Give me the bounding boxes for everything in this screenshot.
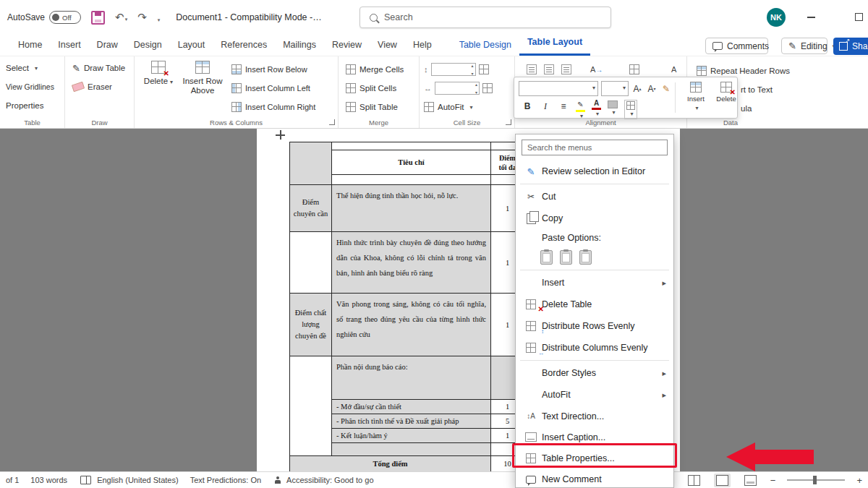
align-bottom-right-icon[interactable]: [561, 64, 571, 74]
shading-button[interactable]: [608, 100, 618, 116]
table-cell-label[interactable]: [290, 356, 332, 456]
select-button[interactable]: Select: [6, 61, 38, 75]
grow-font-button[interactable]: A: [631, 82, 643, 95]
paste-keep-text-only-icon[interactable]: [579, 250, 592, 265]
table-cell-corner[interactable]: [290, 142, 332, 185]
undo-button[interactable]: ↶▾: [115, 11, 127, 24]
tab-layout[interactable]: Layout: [170, 35, 213, 56]
search-bar[interactable]: Search: [359, 7, 611, 28]
italic-button[interactable]: I: [540, 100, 551, 113]
tab-review[interactable]: Review: [324, 35, 370, 56]
formula-button[interactable]: ula: [741, 101, 752, 116]
font-name-combobox[interactable]: [519, 81, 598, 96]
insert-row-below-button[interactable]: Insert Row Below: [231, 62, 307, 77]
row-height-spinner[interactable]: [431, 63, 476, 76]
table-cell-criteria[interactable]: - Mở đầu/sự cần thiết: [332, 400, 491, 414]
table-cell-criteria[interactable]: - Phân tích tình thế và Đề xuất giải phá…: [332, 414, 491, 429]
font-color-button[interactable]: A: [592, 100, 601, 118]
print-layout-button[interactable]: [714, 474, 731, 487]
read-mode-button[interactable]: [686, 474, 702, 487]
tab-table-layout[interactable]: Table Layout: [519, 33, 590, 56]
tab-references[interactable]: References: [213, 35, 275, 56]
accessibility-status[interactable]: Accessibility: Good to go: [286, 476, 373, 484]
tab-help[interactable]: Help: [405, 35, 440, 56]
table-cell-criteria[interactable]: - Kết luận/hàm ý: [332, 429, 491, 443]
web-layout-button[interactable]: [742, 474, 759, 487]
text-direction-ribbon-button[interactable]: A: [590, 62, 603, 77]
table-cell-label[interactable]: [290, 232, 332, 294]
distribute-rows-icon[interactable]: [479, 64, 489, 74]
align-center-icon[interactable]: [544, 64, 554, 74]
document-table[interactable]: Tiêu chí Điểm tối đa Điểm chuyên cần Thể…: [289, 142, 524, 471]
minimize-button[interactable]: [807, 17, 815, 18]
insert-column-left-button[interactable]: Insert Column Left: [231, 81, 310, 95]
zoom-slider-thumb[interactable]: [813, 476, 817, 484]
table-cell-criteria[interactable]: Văn phong trong sáng, không có câu tối n…: [332, 294, 491, 356]
table-cell[interactable]: [332, 142, 491, 150]
tab-home[interactable]: Home: [10, 35, 50, 56]
language-indicator[interactable]: English (United States): [97, 476, 179, 484]
tab-draw[interactable]: Draw: [89, 35, 126, 56]
format-painter-button[interactable]: ✎: [660, 82, 672, 95]
autofit-button[interactable]: AutoFit: [424, 100, 472, 114]
table-cell-criteria[interactable]: [332, 443, 491, 456]
menu-item-autofit[interactable]: AutoFit: [516, 384, 673, 406]
restore-button[interactable]: [855, 13, 863, 21]
menu-item-insert[interactable]: Insert: [516, 272, 673, 294]
menu-item-delete-table[interactable]: ✕ Delete Table: [516, 294, 673, 315]
dialog-launcher-icon[interactable]: [329, 119, 335, 125]
page-indicator[interactable]: of 1: [6, 476, 19, 484]
menu-item-cut[interactable]: ✂ Cut: [516, 186, 673, 207]
paste-keep-source-icon[interactable]: [540, 250, 553, 265]
tab-insert[interactable]: Insert: [50, 35, 88, 56]
menu-item-copy[interactable]: Copy: [516, 207, 673, 229]
merge-cells-button[interactable]: Merge Cells: [346, 62, 404, 77]
paste-merge-formatting-icon[interactable]: [560, 250, 572, 265]
editing-mode-button[interactable]: ✎ Editing ▾: [781, 38, 827, 54]
column-width-spinner[interactable]: [435, 82, 480, 95]
table-move-handle-icon[interactable]: [276, 130, 285, 140]
customize-toolbar-button[interactable]: ▾: [157, 12, 161, 24]
view-gridlines-button[interactable]: View Gridlines: [6, 80, 54, 94]
split-cells-button[interactable]: Split Cells: [346, 81, 396, 95]
tab-table-design[interactable]: Table Design: [451, 35, 519, 56]
dialog-launcher-icon[interactable]: [506, 119, 511, 125]
insert-row-above-button[interactable]: Insert Row Above: [178, 61, 227, 95]
menu-item-border-styles[interactable]: Border Styles: [516, 362, 673, 384]
shrink-font-button[interactable]: A: [646, 82, 658, 95]
menu-search-input[interactable]: Search the menus: [522, 140, 668, 155]
table-cell-label[interactable]: Điểm chất lượng chuyên đề: [290, 294, 332, 356]
draw-table-button[interactable]: ✎ Draw Table: [72, 61, 125, 75]
tab-design[interactable]: Design: [126, 35, 170, 56]
menu-item-text-direction[interactable]: ↕A Text Direction...: [516, 406, 673, 427]
table-cell[interactable]: [332, 175, 491, 185]
redo-button[interactable]: ↷: [137, 11, 147, 24]
autosave-pill[interactable]: Off: [49, 11, 81, 24]
distribute-columns-icon[interactable]: [482, 83, 493, 93]
menu-item-new-comment[interactable]: New Comment: [516, 468, 673, 488]
sort-button[interactable]: A: [671, 62, 676, 77]
zoom-slider[interactable]: [787, 479, 845, 481]
menu-item-distribute-rows[interactable]: ↕ Distribute Rows Evenly: [516, 315, 673, 337]
share-button[interactable]: Sha: [833, 38, 868, 55]
table-header-criteria[interactable]: Tiêu chí: [332, 150, 491, 175]
tab-mailings[interactable]: Mailings: [275, 35, 324, 56]
menu-item-review-selection[interactable]: ✎ Review selection in Editor: [516, 160, 673, 182]
menu-item-distribute-columns[interactable]: ↔ Distribute Columns Evenly: [516, 337, 673, 359]
save-icon[interactable]: [91, 11, 105, 25]
bold-button[interactable]: B: [522, 100, 533, 113]
row-height-control[interactable]: ↕: [424, 62, 489, 77]
table-cell-criteria[interactable]: Phần nội dung báo cáo:: [332, 356, 491, 400]
table-properties-button[interactable]: Properties: [6, 98, 43, 113]
mini-insert-button[interactable]: Insert: [681, 82, 711, 111]
comments-button[interactable]: Comments: [705, 38, 768, 54]
avatar[interactable]: NK: [767, 8, 786, 27]
align-top-left-icon[interactable]: [527, 64, 537, 74]
zoom-in-button[interactable]: +: [856, 475, 862, 486]
convert-to-text-button[interactable]: rt to Text: [741, 82, 773, 97]
table-cell-criteria[interactable]: Hình thức trình bày chuyên đề đúng theo …: [332, 232, 491, 294]
word-count[interactable]: 103 words: [30, 476, 67, 484]
eraser-button[interactable]: Eraser: [72, 80, 112, 94]
table-cell-label[interactable]: Điểm chuyên cần: [290, 185, 332, 232]
zoom-out-button[interactable]: −: [770, 475, 776, 486]
